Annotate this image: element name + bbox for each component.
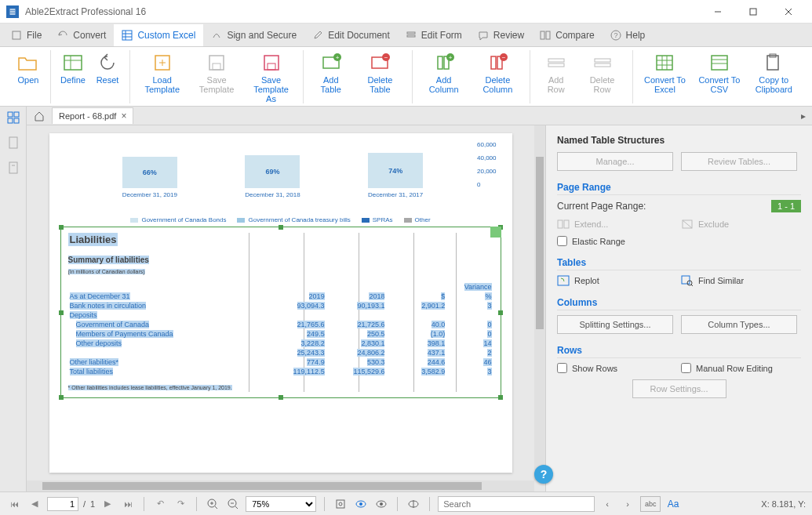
svg-rect-34	[491, 56, 496, 69]
horizontal-scrollbar[interactable]	[27, 481, 534, 491]
zoom-in-icon[interactable]	[205, 496, 220, 512]
tabs-overflow-icon[interactable]: ▸	[798, 111, 809, 121]
svg-text:−: −	[502, 54, 506, 61]
search-prev-icon[interactable]: ‹	[599, 496, 615, 512]
menu-compare[interactable]: Compare	[532, 24, 602, 46]
manage-button[interactable]: Manage...	[557, 152, 673, 171]
convert-excel-button[interactable]: Convert To Excel	[638, 50, 692, 96]
copy-clipboard-button[interactable]: Copy to Clipboard	[747, 50, 801, 96]
app-title: Able2Extract Professional 16	[25, 6, 700, 17]
menu-edit-doc[interactable]: Edit Document	[304, 24, 398, 46]
current-range-value: 1 - 1	[771, 200, 801, 212]
delete-row-button: Delete Row	[577, 50, 628, 96]
page-range-label: Page Range	[557, 182, 801, 195]
search-input[interactable]	[438, 496, 595, 512]
table-row: Bank notes in circulation93,094.390,193.…	[68, 301, 493, 310]
table-row: Members of Payments Canada249.5250.5(1.0…	[68, 329, 493, 339]
page-last-icon[interactable]: ⏭	[120, 496, 136, 512]
page-prev-icon[interactable]: ◀	[27, 496, 42, 512]
splitting-settings-button[interactable]: Splitting Settings...	[557, 315, 673, 334]
svg-point-76	[359, 502, 362, 506]
svg-text:+: +	[335, 54, 339, 61]
search-next-icon[interactable]: ›	[620, 496, 635, 512]
menu-help[interactable]: ?Help	[603, 24, 654, 46]
search-text-icon[interactable]: Aa	[665, 496, 681, 512]
table-footnote: * Other liabilities includes lease liabi…	[68, 385, 232, 390]
convert-csv-button[interactable]: Convert To CSV	[692, 50, 746, 96]
find-similar-button[interactable]: Find Similar	[681, 275, 797, 286]
rotate-ccw-icon[interactable]: ↶	[152, 496, 168, 512]
page-current-input[interactable]	[47, 497, 78, 511]
help-bubble-icon[interactable]: ?	[534, 465, 553, 484]
svg-line-71	[235, 506, 238, 509]
extend-button[interactable]: Extend...	[557, 219, 673, 230]
add-table-button[interactable]: +Add Table	[308, 50, 353, 96]
document-canvas: 60,000 40,000 20,000 0 66% 69% 74%	[27, 125, 545, 491]
svg-rect-58	[558, 220, 563, 228]
attachments-icon[interactable]	[4, 158, 23, 177]
svg-rect-50	[767, 56, 778, 70]
doc-tab[interactable]: Report - 68.pdf ×	[52, 107, 133, 124]
svg-line-61	[683, 220, 692, 228]
bookmarks-icon[interactable]	[4, 133, 23, 152]
menu-sign[interactable]: Sign and Secure	[203, 24, 304, 46]
table-row: As at December 3120192018$%	[68, 292, 493, 301]
menu-review[interactable]: Review	[470, 24, 532, 46]
delete-column-button[interactable]: −Delete Column	[471, 50, 525, 96]
page-next-icon[interactable]: ▶	[100, 496, 115, 512]
view-mode-2-icon[interactable]	[353, 496, 369, 512]
exclude-button[interactable]: Exclude	[681, 219, 797, 230]
menu-bar: File Convert Custom Excel Sign and Secur…	[0, 24, 812, 47]
column-types-button[interactable]: Column Types...	[681, 315, 797, 334]
load-template-button[interactable]: Load Template	[135, 50, 189, 96]
close-button[interactable]	[770, 1, 806, 23]
page-total: 1	[90, 499, 95, 509]
app-icon	[6, 5, 19, 18]
svg-rect-63	[682, 276, 690, 284]
menu-custom-excel[interactable]: Custom Excel	[114, 24, 203, 46]
reset-button[interactable]: Reset	[90, 50, 125, 86]
minimize-button[interactable]	[700, 1, 735, 23]
manual-row-checkbox[interactable]: Manual Row Editing	[681, 363, 773, 373]
document-page[interactable]: 60,000 40,000 20,000 0 66% 69% 74%	[49, 133, 512, 473]
thumbnails-icon[interactable]	[4, 108, 23, 127]
search-case-icon[interactable]: abc	[640, 496, 661, 512]
open-button[interactable]: Open	[11, 50, 46, 86]
tables-label: Tables	[557, 257, 801, 270]
rows-label: Rows	[557, 345, 801, 358]
svg-rect-40	[595, 59, 610, 62]
view-mode-4-icon[interactable]	[406, 496, 421, 512]
table-row: Other liabilities*774.9530.3244.646	[68, 357, 493, 367]
side-panel: Named Table Structures Manage... Review …	[545, 125, 812, 491]
menu-file[interactable]: File	[3, 24, 49, 46]
svg-rect-30	[438, 56, 442, 69]
delete-table-button[interactable]: −Delete Table	[353, 50, 406, 96]
svg-rect-5	[13, 31, 20, 39]
zoom-out-icon[interactable]	[225, 496, 241, 512]
menu-edit-form[interactable]: Edit Form	[398, 24, 470, 46]
define-button[interactable]: Define	[56, 50, 90, 86]
doc-tab-label: Report - 68.pdf	[59, 111, 116, 121]
save-template-as-button[interactable]: Save Template As	[244, 50, 298, 105]
replot-button[interactable]: Replot	[557, 275, 673, 286]
zoom-select[interactable]: 75%	[246, 496, 316, 512]
vertical-scrollbar[interactable]	[534, 125, 545, 481]
show-rows-checkbox[interactable]: Show Rows	[557, 363, 673, 373]
view-mode-3-icon[interactable]	[373, 496, 389, 512]
tab-close-icon[interactable]: ×	[121, 111, 126, 121]
maximize-button[interactable]	[735, 1, 770, 23]
page-first-icon[interactable]: ⏮	[6, 496, 22, 512]
home-icon[interactable]	[30, 107, 49, 125]
view-mode-1-icon[interactable]	[333, 496, 348, 512]
svg-text:+: +	[448, 54, 452, 61]
row-settings-button[interactable]: Row Settings...	[632, 379, 726, 398]
menu-convert[interactable]: Convert	[49, 24, 114, 46]
rotate-cw-icon[interactable]: ↷	[173, 496, 188, 512]
svg-rect-6	[122, 31, 132, 40]
review-tables-button[interactable]: Review Tables...	[681, 152, 797, 171]
liabilities-table: Variance As at December 3120192018$% Ban…	[68, 282, 493, 376]
elastic-range-checkbox[interactable]: Elastic Range	[557, 236, 801, 246]
svg-point-78	[380, 502, 383, 506]
add-column-button[interactable]: +Add Column	[417, 50, 471, 96]
svg-rect-73	[337, 500, 344, 508]
